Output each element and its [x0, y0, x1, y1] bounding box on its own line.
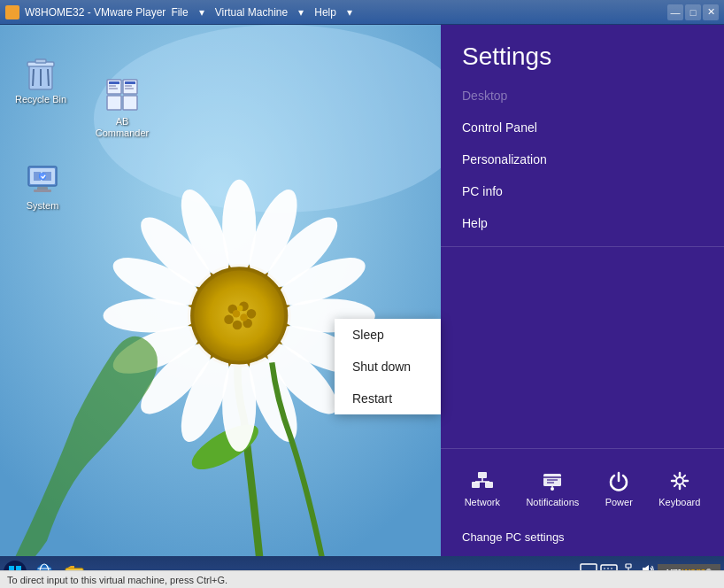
settings-network[interactable]: Network: [458, 463, 507, 513]
power-flyout: Sleep Shut down Restart: [335, 319, 441, 414]
main-area: Recycle Bin AB Commander: [0, 25, 724, 556]
svg-point-29: [233, 310, 240, 317]
svg-rect-51: [34, 190, 51, 192]
svg-rect-46: [107, 96, 121, 110]
settings-bottom: Network Notifications: [441, 448, 724, 556]
svg-rect-40: [109, 85, 116, 87]
svg-rect-52: [478, 472, 487, 478]
settings-notifications[interactable]: Notifications: [519, 463, 586, 513]
window-title: W8HOME32 - VMware Player: [25, 6, 166, 19]
svg-rect-43: [125, 81, 135, 84]
svg-rect-34: [35, 59, 46, 63]
network-label: Network: [465, 497, 500, 507]
svg-point-25: [247, 309, 257, 319]
svg-point-62: [551, 487, 554, 491]
svg-point-31: [237, 306, 243, 311]
settings-power[interactable]: Power: [598, 463, 640, 513]
svg-rect-53: [472, 482, 480, 488]
maximize-button[interactable]: □: [685, 4, 701, 20]
recycle-bin-label: Recycle Bin: [15, 94, 66, 105]
svg-rect-45: [125, 88, 134, 89]
menu-file[interactable]: File: [171, 6, 188, 19]
flyout-shutdown[interactable]: Shut down: [335, 351, 441, 383]
network-icon: [470, 468, 495, 493]
ab-commander-image: [104, 77, 140, 112]
svg-rect-39: [109, 81, 119, 84]
svg-line-37: [48, 69, 49, 86]
svg-rect-85: [626, 564, 631, 568]
titlebar: W8HOME32 - VMware Player File ▾ Virtual …: [0, 0, 724, 25]
svg-point-28: [224, 314, 234, 324]
titlebar-menu: File ▾ Virtual Machine ▾ Help ▾: [171, 6, 352, 19]
settings-item-personalization[interactable]: Personalization: [441, 143, 724, 175]
menu-arrow-file: ▾: [199, 6, 204, 19]
settings-item-desktop: Desktop: [441, 80, 724, 112]
minimize-button[interactable]: —: [667, 4, 683, 20]
svg-rect-47: [123, 96, 137, 110]
notifications-icon: [540, 468, 565, 493]
system-label: System: [27, 200, 59, 212]
close-button[interactable]: ✕: [703, 4, 719, 20]
svg-point-30: [240, 313, 247, 321]
power-label: Power: [605, 497, 633, 507]
svg-point-64: [676, 477, 683, 484]
settings-title: Settings: [441, 25, 724, 80]
status-bar: To direct input to this virtual machine,…: [0, 570, 724, 588]
status-message: To direct input to this virtual machine,…: [7, 575, 227, 585]
svg-line-35: [33, 69, 34, 86]
menu-arrow-help: ▾: [347, 6, 352, 19]
keyboard-label: Keyboard: [659, 497, 700, 507]
settings-item-help[interactable]: Help: [441, 207, 724, 239]
menu-arrow-vm: ▾: [298, 6, 304, 19]
system-icon[interactable]: System: [11, 158, 74, 215]
flyout-sleep[interactable]: Sleep: [335, 319, 441, 351]
settings-icons-row: Network Notifications: [441, 456, 724, 520]
settings-panel: Settings Desktop Control Panel Personali…: [441, 25, 724, 556]
titlebar-left: W8HOME32 - VMware Player File ▾ Virtual …: [5, 5, 352, 19]
flyout-restart[interactable]: Restart: [335, 383, 441, 414]
vmware-icon: [5, 5, 19, 19]
system-image: [25, 161, 60, 197]
desktop[interactable]: Recycle Bin AB Commander: [0, 25, 441, 556]
svg-point-27: [233, 321, 243, 330]
menu-virtualmachine[interactable]: Virtual Machine: [215, 6, 289, 19]
settings-item-pc-info[interactable]: PC info: [441, 175, 724, 207]
settings-divider: [441, 246, 724, 247]
change-pc-settings-link[interactable]: Change PC settings: [441, 520, 724, 556]
recycle-bin-icon[interactable]: Recycle Bin: [9, 51, 73, 109]
svg-marker-0: [7, 7, 18, 15]
notifications-label: Notifications: [526, 497, 579, 507]
keyboard-icon: [667, 468, 692, 493]
ab-commander-label: AB Commander: [94, 116, 150, 139]
titlebar-controls: — □ ✕: [667, 4, 719, 20]
menu-help[interactable]: Help: [314, 6, 336, 19]
svg-rect-41: [109, 88, 118, 89]
power-icon: [606, 468, 631, 493]
svg-rect-44: [125, 85, 132, 87]
settings-item-control-panel[interactable]: Control Panel: [441, 112, 724, 143]
ab-commander-icon[interactable]: AB Commander: [90, 74, 154, 143]
svg-rect-54: [485, 482, 493, 488]
recycle-bin-image: [23, 55, 58, 90]
settings-keyboard[interactable]: Keyboard: [651, 463, 707, 513]
